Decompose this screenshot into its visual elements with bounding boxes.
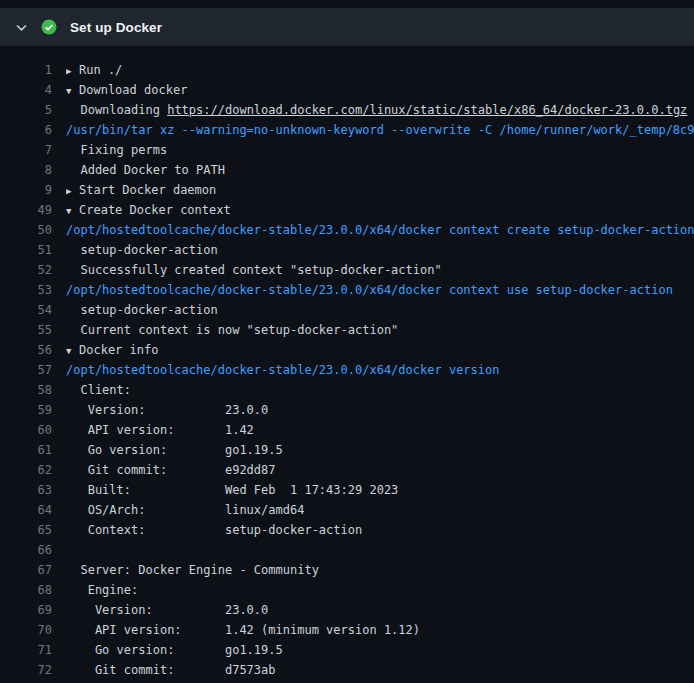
command-text: /opt/hostedtoolcache/docker-stable/23.0.… xyxy=(66,283,673,297)
line-number[interactable]: 70 xyxy=(0,620,52,640)
line-number[interactable]: 71 xyxy=(0,640,52,660)
log-line: 62 Git commit: e92dd87 xyxy=(0,460,694,480)
triangle-right-icon[interactable]: ▶ xyxy=(66,61,79,80)
line-content xyxy=(66,540,694,560)
group-title: Run ./ xyxy=(79,63,122,77)
triangle-right-icon[interactable]: ▶ xyxy=(66,181,79,200)
line-number[interactable]: 53 xyxy=(0,280,52,300)
line-number[interactable]: 1 xyxy=(0,60,52,80)
line-content: OS/Arch: linux/amd64 xyxy=(66,500,694,520)
triangle-down-icon[interactable]: ▼ xyxy=(66,201,79,220)
log-group-header[interactable]: 56▼Docker info xyxy=(0,340,694,360)
line-content: ▼Docker info xyxy=(66,340,694,360)
line-number[interactable]: 66 xyxy=(0,540,52,560)
log-text: setup-docker-action xyxy=(66,243,218,257)
line-content: setup-docker-action xyxy=(66,240,694,260)
triangle-down-icon[interactable]: ▼ xyxy=(66,81,79,100)
log-text: Built: Wed Feb 1 17:43:29 2023 xyxy=(66,483,398,497)
line-number[interactable]: 6 xyxy=(0,120,52,140)
log-group-header[interactable]: 49▼Create Docker context xyxy=(0,200,694,220)
line-content: ▶Start Docker daemon xyxy=(66,180,694,200)
line-number[interactable]: 56 xyxy=(0,340,52,360)
log-line: 53/opt/hostedtoolcache/docker-stable/23.… xyxy=(0,280,694,300)
log-line: 65 Context: setup-docker-action xyxy=(0,520,694,540)
line-number[interactable]: 8 xyxy=(0,160,52,180)
log-line: 67 Server: Docker Engine - Community xyxy=(0,560,694,580)
log-line: 8 Added Docker to PATH xyxy=(0,160,694,180)
line-content: Version: 23.0.0 xyxy=(66,400,694,420)
log-text: setup-docker-action xyxy=(66,303,218,317)
chevron-down-icon[interactable] xyxy=(15,21,28,34)
log-text: Go version: go1.19.5 xyxy=(66,643,283,657)
line-content: Engine: xyxy=(66,580,694,600)
line-number[interactable]: 62 xyxy=(0,460,52,480)
log-line: 51 setup-docker-action xyxy=(0,240,694,260)
line-number[interactable]: 64 xyxy=(0,500,52,520)
log-text: Version: 23.0.0 xyxy=(66,603,268,617)
group-title: Start Docker daemon xyxy=(79,183,216,197)
log-line: 70 API version: 1.42 (minimum version 1.… xyxy=(0,620,694,640)
log-text: Server: Docker Engine - Community xyxy=(66,563,319,577)
log-line: 59 Version: 23.0.0 xyxy=(0,400,694,420)
log-line: 66 xyxy=(0,540,694,560)
line-number[interactable]: 55 xyxy=(0,320,52,340)
line-number[interactable]: 58 xyxy=(0,380,52,400)
line-content: Git commit: d7573ab xyxy=(66,660,694,680)
group-title: Docker info xyxy=(79,343,158,357)
log-group-header[interactable]: 4▼Download docker xyxy=(0,80,694,100)
line-number[interactable]: 60 xyxy=(0,420,52,440)
line-number[interactable]: 52 xyxy=(0,260,52,280)
line-content: Context: setup-docker-action xyxy=(66,520,694,540)
log-line: 61 Go version: go1.19.5 xyxy=(0,440,694,460)
line-number[interactable]: 9 xyxy=(0,180,52,200)
line-number[interactable]: 5 xyxy=(0,100,52,120)
command-text: /opt/hostedtoolcache/docker-stable/23.0.… xyxy=(66,363,499,377)
line-number[interactable]: 63 xyxy=(0,480,52,500)
line-content: ▼Create Docker context xyxy=(66,200,694,220)
line-number[interactable]: 54 xyxy=(0,300,52,320)
line-number[interactable]: 49 xyxy=(0,200,52,220)
log-text: Git commit: e92dd87 xyxy=(66,463,276,477)
line-content: Built: Wed Feb 1 17:43:29 2023 xyxy=(66,480,694,500)
line-number[interactable]: 65 xyxy=(0,520,52,540)
line-number[interactable]: 67 xyxy=(0,560,52,580)
line-content: /opt/hostedtoolcache/docker-stable/23.0.… xyxy=(66,220,694,240)
line-number[interactable]: 61 xyxy=(0,440,52,460)
line-content: Git commit: e92dd87 xyxy=(66,460,694,480)
line-number[interactable]: 51 xyxy=(0,240,52,260)
log-area: 1▶Run ./4▼Download docker5 Downloading h… xyxy=(0,46,694,680)
line-content: setup-docker-action xyxy=(66,300,694,320)
triangle-down-icon[interactable]: ▼ xyxy=(66,341,79,360)
line-number[interactable]: 57 xyxy=(0,360,52,380)
log-line: 71 Go version: go1.19.5 xyxy=(0,640,694,660)
line-number[interactable]: 4 xyxy=(0,80,52,100)
line-number[interactable]: 50 xyxy=(0,220,52,240)
line-number[interactable]: 59 xyxy=(0,400,52,420)
line-content: /usr/bin/tar xz --warning=no-unknown-key… xyxy=(66,120,694,140)
line-number[interactable]: 69 xyxy=(0,600,52,620)
log-group-header[interactable]: 9▶Start Docker daemon xyxy=(0,180,694,200)
step-header[interactable]: Set up Docker xyxy=(0,8,694,46)
line-content: Current context is now "setup-docker-act… xyxy=(66,320,694,340)
group-title: Download docker xyxy=(79,83,187,97)
log-line: 64 OS/Arch: linux/amd64 xyxy=(0,500,694,520)
log-group-header[interactable]: 1▶Run ./ xyxy=(0,60,694,80)
log-line: 6/usr/bin/tar xz --warning=no-unknown-ke… xyxy=(0,120,694,140)
log-text: Engine: xyxy=(66,583,138,597)
log-line: 57/opt/hostedtoolcache/docker-stable/23.… xyxy=(0,360,694,380)
log-text: Go version: go1.19.5 xyxy=(66,443,283,457)
download-url-link[interactable]: https://download.docker.com/linux/static… xyxy=(167,103,687,117)
log-text: OS/Arch: linux/amd64 xyxy=(66,503,304,517)
line-content: Go version: go1.19.5 xyxy=(66,440,694,460)
line-content: ▶Run ./ xyxy=(66,60,694,80)
command-text: /usr/bin/tar xz --warning=no-unknown-key… xyxy=(66,123,694,137)
line-number[interactable]: 7 xyxy=(0,140,52,160)
line-number[interactable]: 72 xyxy=(0,660,52,680)
line-number[interactable]: 68 xyxy=(0,580,52,600)
line-content: ▼Download docker xyxy=(66,80,694,100)
line-content: Successfully created context "setup-dock… xyxy=(66,260,694,280)
log-line: 60 API version: 1.42 xyxy=(0,420,694,440)
line-content: /opt/hostedtoolcache/docker-stable/23.0.… xyxy=(66,360,694,380)
line-content: Client: xyxy=(66,380,694,400)
log-line: 72 Git commit: d7573ab xyxy=(0,660,694,680)
